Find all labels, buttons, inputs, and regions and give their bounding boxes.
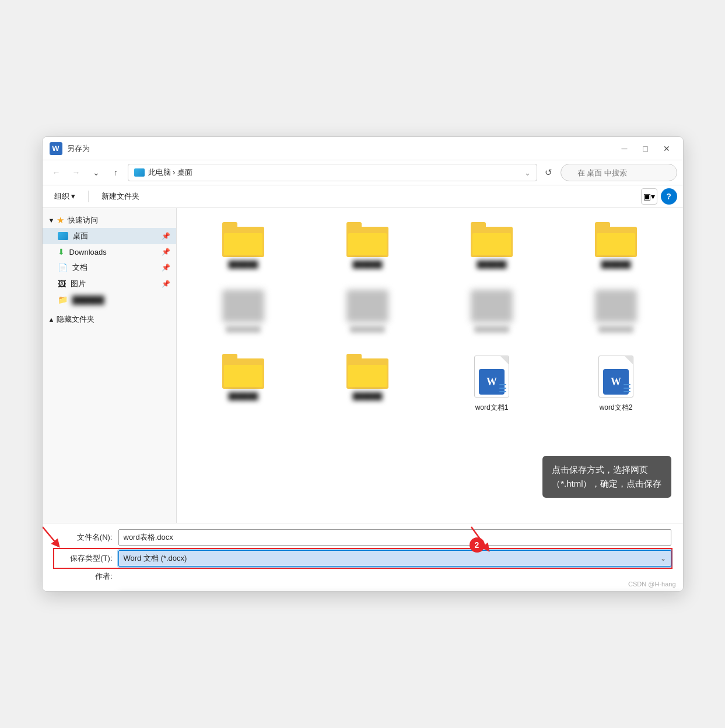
pin-icon-pics: 📌 xyxy=(162,280,170,288)
save-as-dialog: W 另存为 ─ □ ✕ ← → ⌄ ↑ 此电脑 › 桌面 ⌄ ↺ 🔍 组织 ▾ … xyxy=(42,136,684,592)
filetype-dropdown-icon: ⌄ xyxy=(660,554,666,562)
file-item-f1[interactable]: ██████ xyxy=(186,217,301,273)
sidebar-item-downloads-label: Downloads xyxy=(69,248,107,256)
file-label-m4: word文档2 xyxy=(600,403,633,413)
svg-line-3 xyxy=(471,527,487,548)
help-button[interactable]: ? xyxy=(661,188,677,205)
pictures-icon: 🖼 xyxy=(58,279,66,289)
window-controls: ─ □ ✕ xyxy=(615,140,676,157)
filename-input[interactable] xyxy=(118,529,671,546)
pin-icon: 📌 xyxy=(162,232,170,240)
view-button[interactable]: ▣ ▾ xyxy=(641,188,657,205)
refresh-button[interactable]: ↺ xyxy=(541,164,557,181)
address-bar[interactable]: 此电脑 › 桌面 ⌄ xyxy=(128,164,537,181)
pin-icon-docs: 📌 xyxy=(162,263,170,272)
filetype-row: 保存类型(T): Word 文档 (*.docx) ⌄ xyxy=(54,549,671,568)
word-doc-bg-m3: W xyxy=(474,356,509,398)
folder-icon-f3 xyxy=(471,222,513,257)
svg-line-1 xyxy=(43,527,57,544)
blurred-icon-b2 xyxy=(346,290,388,322)
folder-icon-f4 xyxy=(595,222,637,257)
file-item-b4[interactable] xyxy=(559,285,674,337)
toolbar: 组织 ▾ 新建文件夹 ▣ ▾ ? xyxy=(43,185,683,208)
folder-icon: 📁 xyxy=(58,295,68,304)
filetype-select-value: Word 文档 (*.docx) xyxy=(124,553,660,564)
sidebar-item-documents[interactable]: 📄 文档 📌 xyxy=(43,259,176,276)
sidebar-item-pictures-label: 图片 xyxy=(71,279,86,289)
sidebar-item-downloads[interactable]: ⬇ Downloads 📌 xyxy=(43,244,176,259)
view-icon: ▣ xyxy=(643,192,651,201)
word-doc-lines-m4 xyxy=(624,384,631,392)
desktop-icon xyxy=(58,232,68,240)
blurred-label-b4 xyxy=(598,326,633,333)
maximize-button[interactable]: □ xyxy=(636,140,655,157)
file-label-f4: ██████ xyxy=(601,261,631,269)
folder-icon-f2 xyxy=(346,222,388,257)
file-label-f1: ██████ xyxy=(228,261,258,269)
blurred-icon-b3 xyxy=(471,290,513,322)
file-item-f2[interactable]: ██████ xyxy=(310,217,425,273)
sidebar-item-folder1[interactable]: 📁 ██████ xyxy=(43,292,176,307)
csdn-watermark: CSDN @H-hang xyxy=(628,581,675,588)
hidden-folders-label: 隐藏文件夹 xyxy=(57,314,94,325)
new-folder-button[interactable]: 新建文件夹 xyxy=(96,188,145,205)
address-path: 此电脑 › 桌面 xyxy=(148,167,193,178)
blurred-label-b3 xyxy=(474,326,509,333)
sidebar-quick-access-header[interactable]: ▼ ★ 快速访问 xyxy=(43,213,176,228)
hidden-folders-chevron-icon: ▲ xyxy=(48,316,55,323)
quick-access-label: 快速访问 xyxy=(68,215,98,226)
file-item-f3[interactable]: ██████ xyxy=(435,217,549,273)
window-title: 另存为 xyxy=(67,143,615,154)
file-item-f4[interactable]: ██████ xyxy=(559,217,674,273)
forward-button[interactable]: → xyxy=(68,164,85,181)
folder-icon-m1 xyxy=(222,354,264,389)
sidebar-hidden-folders[interactable]: ▲ 隐藏文件夹 xyxy=(43,312,176,327)
file-item-m1[interactable]: ██████ xyxy=(186,349,301,417)
form-area-wrapper: 文件名(N): 1 保存类型(T): xyxy=(43,523,683,591)
dropdown-history-button[interactable]: ⌄ xyxy=(88,164,104,181)
file-item-m3[interactable]: W word文档1 xyxy=(435,349,549,417)
word-doc-fold-m3 xyxy=(500,356,509,364)
file-item-b1[interactable] xyxy=(186,285,301,337)
folder-icon-f1 xyxy=(222,222,264,257)
file-label-m1: ██████ xyxy=(228,392,258,400)
form-area: 文件名(N): 1 保存类型(T): xyxy=(43,523,683,591)
star-icon: ★ xyxy=(57,215,64,226)
file-item-m2[interactable]: ██████ xyxy=(310,349,425,417)
word-doc-lines-m3 xyxy=(499,384,506,392)
word-icon-m4: W xyxy=(595,354,637,399)
sidebar-item-documents-label: 文档 xyxy=(72,262,87,273)
file-label-m3: word文档1 xyxy=(475,403,509,413)
app-icon: W xyxy=(50,142,62,155)
red-arrow-2 xyxy=(463,524,498,559)
close-button[interactable]: ✕ xyxy=(657,140,676,157)
file-item-b2[interactable] xyxy=(310,285,425,337)
word-icon-m3: W xyxy=(471,354,513,399)
blurred-icon-b4 xyxy=(595,290,637,322)
file-label-m2: ██████ xyxy=(352,392,382,400)
file-label-f2: ██████ xyxy=(352,261,382,269)
author-label: 作者: xyxy=(54,571,118,582)
sidebar: ▼ ★ 快速访问 桌面 📌 ⬇ Downloads 📌 📄 文档 📌 xyxy=(43,208,177,523)
author-row: 作者: xyxy=(54,571,671,582)
pin-icon-downloads: 📌 xyxy=(162,248,170,256)
search-input[interactable] xyxy=(561,164,677,181)
titlebar: W 另存为 ─ □ ✕ xyxy=(43,137,683,160)
location-icon xyxy=(134,168,145,177)
file-label-f3: ██████ xyxy=(477,261,506,269)
up-button[interactable]: ↑ xyxy=(108,164,124,181)
sidebar-item-desktop[interactable]: 桌面 📌 xyxy=(43,228,176,244)
blurred-icon-b1 xyxy=(222,290,264,322)
filetype-dropdown: Word 文档 (*.docx) 启用宏的 Word 文档 (*.docm) W… xyxy=(118,591,683,592)
file-item-m4[interactable]: W word文档2 xyxy=(559,349,674,417)
organize-button[interactable]: 组织 ▾ xyxy=(48,188,82,205)
quick-access-chevron-icon: ▼ xyxy=(48,217,55,224)
file-item-b3[interactable] xyxy=(435,285,549,337)
sidebar-item-folder1-label: ██████ xyxy=(72,296,104,304)
minimize-button[interactable]: ─ xyxy=(615,140,634,157)
back-button[interactable]: ← xyxy=(48,164,65,181)
callout-text: 点击保存方式，选择网页 （*.html），确定，点击保存 xyxy=(552,465,661,488)
sidebar-item-pictures[interactable]: 🖼 图片 📌 xyxy=(43,276,176,292)
folder-icon-m2 xyxy=(346,354,388,389)
filetype-select[interactable]: Word 文档 (*.docx) ⌄ xyxy=(118,550,671,567)
